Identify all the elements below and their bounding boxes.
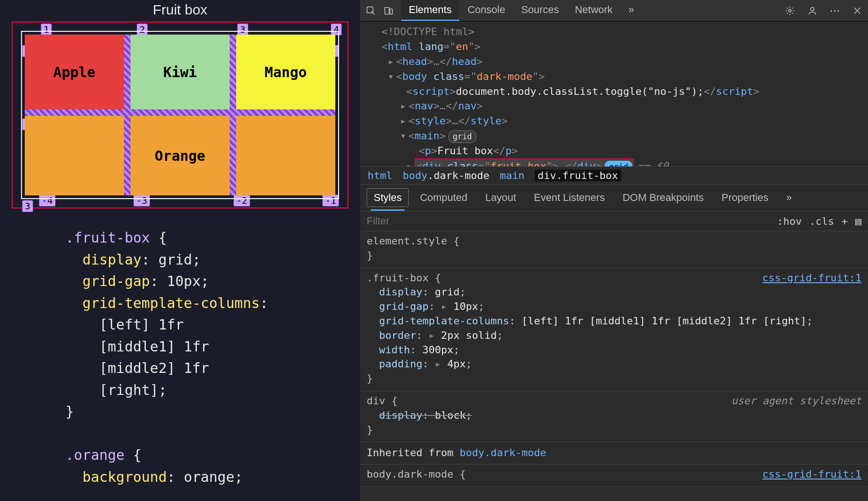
subtabs-overflow-icon[interactable]: » bbox=[780, 189, 798, 207]
subtab-event-listeners[interactable]: Event Listeners bbox=[528, 189, 612, 207]
rule-body-dark-mode[interactable]: css-grid-fruit:1 body.dark-mode { bbox=[360, 465, 868, 487]
grid-overlay-highlight: 1 2 3 4 1 2 3 -1 -4 -3 -2 -1 Apple Kiwi … bbox=[12, 21, 348, 208]
inspect-icon[interactable] bbox=[363, 3, 379, 19]
user-agent-label: user agent stylesheet bbox=[731, 394, 861, 408]
gear-icon[interactable] bbox=[782, 3, 798, 19]
kebab-menu-icon[interactable]: ⋯ bbox=[827, 5, 843, 17]
page-title: Fruit box bbox=[153, 2, 208, 18]
grid-gap-overlay bbox=[25, 109, 335, 116]
tabs-overflow-icon[interactable]: » bbox=[621, 0, 642, 21]
page-preview-pane: Fruit box 1 2 3 4 1 2 3 -1 -4 -3 -2 -1 A… bbox=[0, 0, 360, 501]
close-icon[interactable] bbox=[849, 3, 865, 19]
inherited-from-row: Inherited from body.dark-mode bbox=[360, 442, 868, 465]
rule-fruit-box[interactable]: css-grid-fruit:1 .fruit-box { display: g… bbox=[360, 268, 868, 391]
grid-cell-mango: Mango bbox=[236, 35, 335, 109]
subtab-styles[interactable]: Styles bbox=[367, 188, 409, 207]
user-icon[interactable] bbox=[804, 3, 820, 19]
tab-console[interactable]: Console bbox=[460, 0, 513, 21]
tab-elements[interactable]: Elements bbox=[401, 0, 459, 21]
inherited-from-link[interactable]: body.dark-mode bbox=[460, 447, 546, 458]
selected-element[interactable]: <div class="fruit-box">…</div>grid bbox=[415, 158, 634, 166]
styles-rules[interactable]: element.style { } css-grid-fruit:1 .frui… bbox=[360, 231, 868, 501]
source-link[interactable]: css-grid-fruit:1 bbox=[762, 467, 861, 482]
styles-subtabs: Styles Computed Layout Event Listeners D… bbox=[360, 185, 868, 211]
svg-rect-1 bbox=[385, 7, 389, 14]
devtools-pane: Elements Console Sources Network » ⋯ <!D… bbox=[360, 0, 868, 501]
grid-cell-orange: Orange bbox=[25, 116, 335, 195]
svg-rect-2 bbox=[390, 9, 393, 14]
hov-toggle[interactable]: :hov bbox=[777, 215, 802, 227]
crumb-body[interactable]: body.dark-mode bbox=[403, 170, 489, 181]
rule-element-style[interactable]: element.style { } bbox=[360, 231, 868, 268]
device-toolbar-icon[interactable] bbox=[381, 3, 397, 19]
grid-row-badge: 3 bbox=[22, 200, 33, 212]
fruit-box-grid: Apple Kiwi Mango Orange bbox=[25, 35, 335, 195]
svg-point-4 bbox=[810, 7, 814, 10]
styles-filter-row: :hov .cls + ▤ bbox=[360, 211, 868, 231]
styles-filter-input[interactable] bbox=[367, 215, 770, 227]
svg-point-3 bbox=[788, 9, 791, 12]
css-code-sample: .fruit-box { display: grid; grid-gap: 10… bbox=[0, 208, 360, 488]
toggle-sidebar-icon[interactable]: ▤ bbox=[855, 215, 861, 227]
grid-badge[interactable]: grid bbox=[448, 130, 476, 143]
tab-network[interactable]: Network bbox=[567, 0, 620, 21]
devtools-toolbar: Elements Console Sources Network » ⋯ bbox=[360, 0, 868, 21]
rule-div-ua[interactable]: user agent stylesheet div { display: blo… bbox=[360, 391, 868, 442]
new-rule-button[interactable]: + bbox=[842, 215, 848, 227]
grid-badge-on[interactable]: grid bbox=[605, 161, 632, 166]
breadcrumb: html body.dark-mode main div.fruit-box bbox=[360, 166, 868, 185]
subtab-dom-breakpoints[interactable]: DOM Breakpoints bbox=[616, 189, 710, 207]
crumb-main[interactable]: main bbox=[499, 170, 524, 181]
crumb-html[interactable]: html bbox=[368, 170, 392, 181]
grid-cell-kiwi: Kiwi bbox=[130, 35, 230, 109]
elements-tree[interactable]: <!DOCTYPE html> <html lang="en"> ▸<head>… bbox=[360, 21, 868, 166]
subtab-layout[interactable]: Layout bbox=[478, 189, 522, 207]
source-link[interactable]: css-grid-fruit:1 bbox=[762, 271, 861, 286]
dollar-zero-hint: == $0 bbox=[637, 160, 668, 166]
cls-toggle[interactable]: .cls bbox=[810, 215, 834, 227]
subtab-computed[interactable]: Computed bbox=[413, 189, 474, 207]
crumb-selected[interactable]: div.fruit-box bbox=[535, 170, 621, 181]
grid-cell-apple: Apple bbox=[25, 35, 124, 109]
tab-sources[interactable]: Sources bbox=[514, 0, 566, 21]
subtab-properties[interactable]: Properties bbox=[715, 189, 775, 207]
